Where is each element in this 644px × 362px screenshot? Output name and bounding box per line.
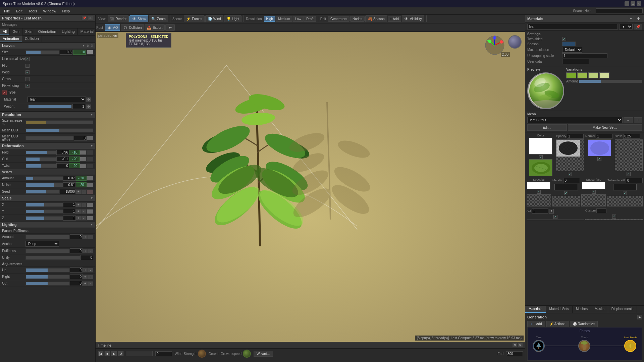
- timeline-play-button[interactable]: ▶: [111, 351, 117, 356]
- noise-color[interactable]: [87, 183, 93, 187]
- up-input[interactable]: [70, 267, 83, 273]
- curl-slider[interactable]: [25, 157, 56, 161]
- material-settings-button[interactable]: ⚙: [86, 97, 91, 102]
- subtab-collision[interactable]: Collision: [22, 36, 42, 42]
- visibility-button[interactable]: 👁 Visibility: [402, 15, 424, 22]
- out-plus[interactable]: +: [83, 281, 88, 286]
- tab-all[interactable]: All: [0, 28, 10, 35]
- collision-button[interactable]: ⬡ Collision: [121, 24, 144, 31]
- weight-slider[interactable]: [28, 105, 72, 109]
- mesh-lod-offset-value[interactable]: [74, 136, 87, 141]
- gen-randomize-button[interactable]: 🎲 Randomize: [570, 321, 598, 327]
- seed-minus-button[interactable]: -: [81, 189, 87, 194]
- right-plus[interactable]: +: [83, 275, 88, 279]
- mat-tab-displacements[interactable]: Displacements: [608, 306, 637, 313]
- season-swatch[interactable]: [562, 42, 576, 46]
- ao-checkbox[interactable]: [553, 215, 557, 219]
- metallic-texture[interactable]: [552, 196, 580, 206]
- puffiness-input[interactable]: [70, 248, 83, 253]
- var-color-4[interactable]: [599, 72, 609, 78]
- material-dropdown[interactable]: leaf: [28, 97, 86, 102]
- mesh-dropdown[interactable]: leaf Cutout: [527, 117, 623, 123]
- lighting-section-header[interactable]: Lighting ▼: [0, 222, 95, 228]
- twist-value-input[interactable]: [56, 163, 69, 168]
- scale-x-plus[interactable]: +: [76, 202, 81, 207]
- mat-type-dropdown[interactable]: ▼: [619, 24, 633, 29]
- up-slider[interactable]: [25, 268, 70, 272]
- timeline-scrubber[interactable]: [126, 351, 153, 356]
- timeline-start-button[interactable]: |◀: [98, 351, 104, 356]
- zoom-button[interactable]: 🔍 Zoom: [149, 15, 168, 22]
- gloss-checkbox[interactable]: [627, 172, 631, 176]
- unify-slider[interactable]: [25, 256, 80, 260]
- opacity-swatch[interactable]: [556, 139, 584, 171]
- puffiness-slider[interactable]: [25, 249, 70, 253]
- twist-color2[interactable]: [87, 164, 93, 168]
- forces-button[interactable]: ⚡ Forces: [184, 15, 205, 22]
- scale-z-input[interactable]: [63, 216, 76, 221]
- metallic-value-input[interactable]: [563, 178, 580, 183]
- gloss-swatch[interactable]: [615, 139, 643, 171]
- size-value-input[interactable]: [60, 50, 72, 55]
- opacity-value-input[interactable]: [567, 134, 584, 139]
- metallic-swatch[interactable]: [554, 184, 578, 190]
- viewport[interactable]: perspective POLYGONS - SELECTED leaf mes…: [96, 32, 525, 342]
- render-button[interactable]: 🎬 Render: [108, 15, 129, 22]
- right-slider[interactable]: [25, 275, 70, 279]
- weld-checkbox[interactable]: [25, 70, 30, 74]
- twist-color[interactable]: [80, 164, 87, 168]
- noise-slider[interactable]: [25, 183, 63, 187]
- opacity-checkbox[interactable]: [568, 172, 572, 176]
- wizard-button[interactable]: Wizard...: [254, 351, 273, 357]
- growth-speed-knob[interactable]: [243, 350, 251, 358]
- flip-checkbox[interactable]: [25, 64, 30, 68]
- metallic-checkbox[interactable]: [564, 191, 568, 195]
- mat-tab-materials[interactable]: Materials: [525, 306, 546, 313]
- curl-color[interactable]: [80, 157, 87, 162]
- mat-add-button[interactable]: +: [628, 16, 634, 21]
- ao-expand-btn[interactable]: ▼: [549, 209, 554, 214]
- resolution-section-header[interactable]: Resolution ▼: [0, 112, 95, 118]
- curl-color2[interactable]: [87, 157, 93, 162]
- normal-checkbox[interactable]: [597, 157, 601, 161]
- nav-ball[interactable]: [508, 35, 522, 49]
- up-plus[interactable]: +: [83, 268, 88, 273]
- subsurface-checkbox[interactable]: [592, 190, 596, 194]
- menu-window[interactable]: Window: [40, 8, 59, 14]
- variation-amount-slider[interactable]: [579, 80, 642, 83]
- puff-amount-minus[interactable]: -: [88, 235, 93, 239]
- normal-value-input[interactable]: [596, 134, 612, 139]
- right-input[interactable]: [70, 274, 83, 279]
- back-button[interactable]: ↩: [165, 24, 175, 31]
- mesh-lod-slider[interactable]: [25, 128, 93, 132]
- mat-tab-sets[interactable]: Material Sets: [546, 306, 573, 313]
- gen-actions-button[interactable]: ⚡ Actions: [546, 321, 569, 327]
- nodes-button[interactable]: Nodes: [350, 16, 365, 22]
- custom-texture[interactable]: [585, 219, 643, 220]
- mat-pin-button[interactable]: 📌: [634, 24, 642, 29]
- gen-add-button[interactable]: + + Add: [527, 321, 545, 327]
- ao-button[interactable]: ◉ AO: [105, 24, 120, 31]
- out-slider[interactable]: [25, 282, 70, 286]
- mat-settings-button[interactable]: ⚙: [635, 16, 642, 21]
- var-color-1[interactable]: [566, 72, 576, 78]
- scale-y-slider[interactable]: [25, 209, 63, 214]
- weight-settings-button[interactable]: ⚙: [86, 104, 91, 109]
- menu-help[interactable]: Help: [60, 8, 73, 14]
- fold-color2[interactable]: [87, 150, 93, 155]
- timeline-frame-input[interactable]: [155, 351, 172, 356]
- fold-color[interactable]: [80, 150, 87, 155]
- timeline-settings-button[interactable]: ⚙: [512, 343, 518, 348]
- show-button[interactable]: 👁 Show: [129, 15, 148, 22]
- subsurface-swatch[interactable]: [582, 182, 605, 189]
- low-res-button[interactable]: Low: [293, 16, 304, 22]
- mat-name-input[interactable]: [527, 24, 618, 29]
- subsurface-pct-texture[interactable]: [607, 196, 643, 206]
- scale-z-plus[interactable]: +: [76, 216, 81, 221]
- puffiness-plus[interactable]: +: [83, 249, 88, 253]
- fold-slider[interactable]: [25, 150, 56, 155]
- edit-mesh-button[interactable]: Edit...: [527, 124, 567, 131]
- user-data-input[interactable]: [562, 59, 589, 64]
- props-close-button[interactable]: ✕: [88, 16, 93, 20]
- seed-plus-button[interactable]: +: [76, 189, 81, 194]
